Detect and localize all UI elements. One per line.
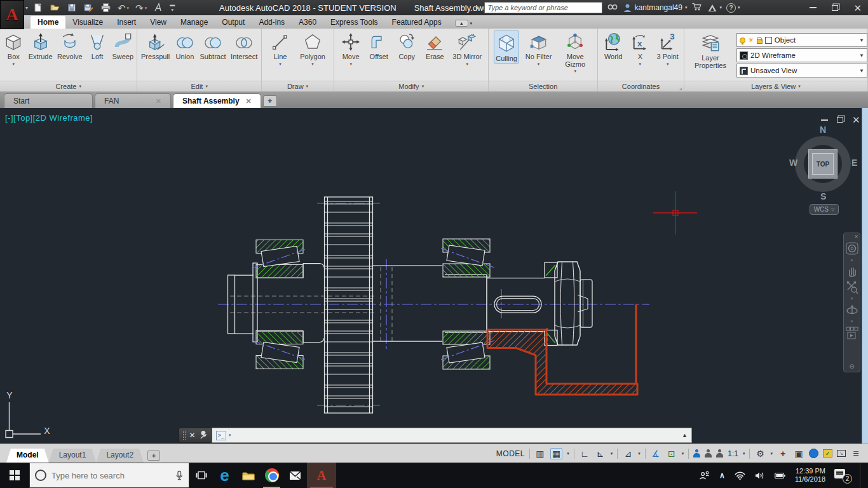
panel-label-draw[interactable]: Draw▾ [262,81,334,92]
drag-handle[interactable] [182,431,186,440]
chevron-down-icon[interactable]: ▾ [743,451,745,456]
chevron-down-icon[interactable]: ▼ [850,297,854,301]
viewcube-face[interactable]: TOP [808,149,837,179]
object-snap-toggle[interactable]: ⊡ [666,449,677,458]
chevron-down-icon[interactable]: ▾ [567,451,569,456]
command-line-grip[interactable]: ✕ [179,428,212,443]
presspull-button[interactable]: Presspull [140,30,171,61]
compass-east[interactable]: E [851,158,857,168]
move-gizmo-button[interactable]: Move Gizmo▾ [558,30,592,74]
extrude-button[interactable]: Extrude [27,30,54,61]
visual-style-dropdown[interactable]: 2D Wireframe ▼ [736,48,867,62]
restore-button[interactable] [832,5,838,11]
panel-label-create[interactable]: Create▾ [0,81,137,92]
gear[interactable] [325,197,373,413]
command-history-toggle[interactable]: ▲ [682,432,688,438]
chevron-down-icon[interactable]: ▾ [638,451,641,456]
tab-addins[interactable]: Add-ins [252,16,292,29]
chrome-button[interactable] [260,463,283,488]
chevron-down-icon[interactable]: ▾ [229,433,231,438]
chevron-down-icon[interactable]: ▼ [850,259,854,262]
layer-color-swatch[interactable] [765,37,772,44]
new-layout-button[interactable]: + [147,451,160,461]
panel-label-selection[interactable]: Selection [489,81,597,92]
tab-manage[interactable]: Manage [173,16,215,29]
edge-browser-button[interactable]: e [213,463,236,488]
viewport-controls[interactable]: [-][Top][2D Wireframe] [5,113,93,123]
shaft-assembly-drawing[interactable]: Y X [0,108,868,444]
chevron-down-icon[interactable]: ▼ [850,320,854,323]
volume-icon[interactable] [755,471,766,480]
windows-search-input[interactable] [51,471,170,480]
navbar-collapse-icon[interactable]: ⊖ [849,363,854,370]
autocad-taskbar-button[interactable]: A [307,463,336,488]
viewport-restore-button[interactable] [837,117,843,123]
panel-label-layers-view[interactable]: Layers & View▾ [684,81,867,92]
close-icon[interactable]: ✕ [246,97,252,105]
object-snap-tracking-toggle[interactable]: ∡ [650,449,661,458]
help-button[interactable]: ?▾ [726,3,740,13]
tab-featured-apps[interactable]: Featured Apps [385,16,449,29]
compass-south[interactable]: S [820,191,826,201]
world-ucs-button[interactable]: World [602,30,625,61]
chevron-down-icon[interactable]: ▾ [682,451,684,456]
tab-visualize[interactable]: Visualize [65,16,110,29]
showmotion-icon[interactable] [845,326,859,340]
union-button[interactable]: Union [173,30,196,61]
subtract-button[interactable]: Subtract [199,30,227,61]
open-file-button[interactable] [50,3,60,13]
tab-home[interactable]: Home [31,16,65,29]
help-search-input[interactable] [484,2,602,13]
loft-button[interactable]: Loft [86,30,109,61]
crosshair-cursor[interactable] [653,191,697,234]
polygon-button[interactable]: Polygon▾ [299,30,327,67]
isometric-drafting-toggle[interactable]: ⊿ [622,449,634,458]
drawing-area[interactable]: Y X [-][Top][2D Wireframe] ✕ TOP N S W E… [0,108,868,444]
model-space-toggle[interactable]: MODEL [496,449,525,458]
tab-insert[interactable]: Insert [110,16,143,29]
tab-layout1[interactable]: Layout1 [49,449,97,463]
tab-layout2[interactable]: Layout2 [96,449,144,463]
isolate-objects-toggle[interactable]: ▣ [793,449,804,458]
microphone-icon[interactable] [175,470,184,480]
app-store-cart-icon[interactable] [691,2,703,14]
close-button[interactable]: ✕ [853,3,862,13]
tab-output[interactable]: Output [215,16,252,29]
taskbar-clock[interactable]: 12:39 PM 11/6/2018 [795,467,825,484]
annotation-scale-icon[interactable] [716,449,723,458]
chevron-down-icon[interactable]: ▼ [859,68,864,74]
3-point-ucs-button[interactable]: 3 3 Point▾ [656,30,680,67]
no-filter-button[interactable]: No Filter▾ [524,30,553,67]
view-dropdown[interactable]: Unsaved View ▼ [736,64,867,78]
search-icon[interactable] [607,2,618,14]
compass-west[interactable]: W [789,158,797,168]
end-plate[interactable] [578,280,592,327]
annotation-scale-value[interactable]: 1:1 [728,449,738,458]
chevron-down-icon[interactable]: ▼ [859,37,864,43]
people-icon[interactable] [698,470,710,480]
intersect-button[interactable]: Intersect [229,30,259,61]
show-desktop-button[interactable] [860,463,863,488]
bearing-right-bottom[interactable] [441,331,494,369]
viewport-minimize-button[interactable] [821,119,828,121]
application-menu-button[interactable]: A [0,0,24,29]
tab-model[interactable]: Model [6,449,49,463]
tab-a360[interactable]: A360 [292,16,323,29]
tab-express-tools[interactable]: Express Tools [323,16,384,29]
command-close-icon[interactable]: ✕ [189,431,195,440]
graphics-performance-toggle[interactable] [809,449,818,458]
chevron-down-icon[interactable]: ▾ [611,451,613,456]
wcs-menu[interactable]: WCS▽ [810,204,839,215]
ribbon-collapse-button[interactable]: ▲▾ [455,20,472,27]
sweep-button[interactable]: Sweep [111,30,135,61]
show-hidden-icons-chevron[interactable]: ∧ [719,471,725,480]
close-icon[interactable]: ✕ [156,97,161,105]
clean-screen-toggle[interactable]: ↘ [837,450,846,457]
command-input[interactable] [234,431,680,440]
customization-menu-icon[interactable]: ≡ [850,449,862,459]
mail-button[interactable] [283,463,307,488]
panel-launcher-icon[interactable]: ⌟ [679,85,682,91]
box-button[interactable]: Box▾ [2,30,25,67]
layer-thaw-icon[interactable]: ☀ [748,37,754,44]
erase-button[interactable]: Erase [423,30,446,61]
